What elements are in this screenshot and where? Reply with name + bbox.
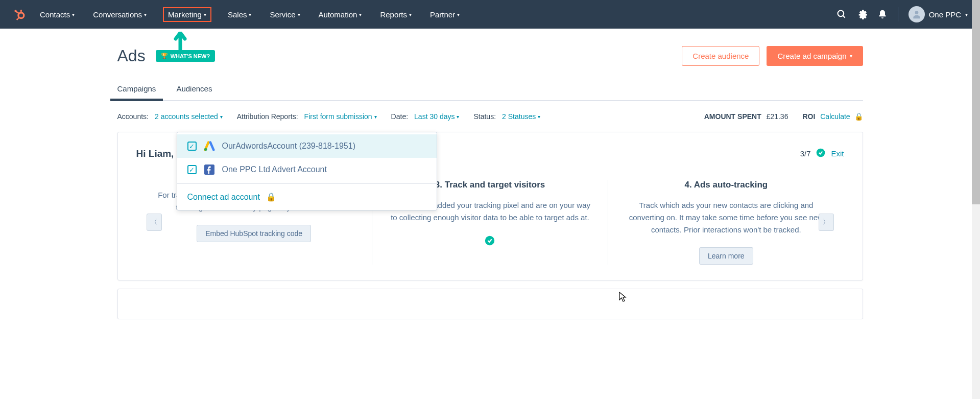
chevron-down-icon: ▾ — [359, 12, 362, 17]
next-step-button[interactable]: 〉 — [819, 214, 834, 231]
svg-point-9 — [915, 11, 918, 14]
amount-spent-metric: AMOUNT SPENT £21.36 — [704, 112, 788, 121]
header-actions: Create audience Create ad campaign ▾ — [682, 46, 863, 66]
search-icon[interactable] — [836, 9, 847, 19]
connect-account-link[interactable]: Connect ad account 🔒 — [187, 192, 276, 202]
scrollbar[interactable] — [972, 0, 980, 319]
avatar-icon — [909, 6, 925, 22]
content-card — [117, 289, 863, 319]
svg-point-7 — [838, 11, 844, 17]
date-filter[interactable]: Last 30 days▾ — [414, 112, 459, 121]
lock-icon: 🔒 — [266, 192, 276, 202]
nav-marketing[interactable]: Marketing▾ — [163, 7, 211, 22]
tab-campaigns[interactable]: Campaigns — [117, 78, 156, 100]
attribution-filter-label: Attribution Reports: — [237, 112, 298, 121]
nav-divider — [898, 7, 898, 21]
date-filter-label: Date: — [391, 112, 408, 121]
account-menu[interactable]: One PPC ▾ — [909, 6, 968, 22]
nav-sales[interactable]: Sales▾ — [226, 7, 254, 22]
chevron-down-icon: ▾ — [374, 114, 377, 120]
step-title: 3. Track and target visitors — [435, 180, 545, 190]
chevron-down-icon: ▾ — [144, 12, 147, 17]
progress-counter: 3/7 — [800, 149, 811, 158]
embed-tracking-button[interactable]: Embed HubSpot tracking code — [197, 225, 311, 242]
svg-point-10 — [204, 148, 207, 151]
checkbox-checked-icon[interactable]: ✓ — [187, 165, 197, 174]
top-nav: Contacts▾ Conversations▾ Marketing▾ Sale… — [0, 0, 980, 29]
chevron-down-icon: ▾ — [538, 114, 540, 120]
chevron-down-icon: ▾ — [204, 12, 206, 17]
account-option-facebook[interactable]: ✓ One PPC Ltd Advert Account — [177, 158, 437, 181]
whats-new-badge[interactable]: 🏆 WHAT'S NEW? — [156, 50, 216, 62]
chevron-down-icon: ▾ — [965, 12, 968, 17]
status-filter[interactable]: 2 Statuses▾ — [502, 112, 540, 121]
trophy-icon: 🏆 — [161, 53, 168, 59]
learn-more-button[interactable]: Learn more — [699, 247, 753, 265]
step-auto-tracking: 4. Ads auto-tracking Track which ads you… — [608, 180, 844, 265]
account-option-label: One PPC Ltd Advert Account — [222, 165, 327, 174]
step-desc: Track which ads your new contacts are cl… — [623, 199, 829, 236]
create-campaign-button[interactable]: Create ad campaign ▾ — [767, 46, 863, 66]
nav-contacts[interactable]: Contacts▾ — [38, 7, 77, 22]
svg-line-2 — [16, 12, 19, 14]
facebook-icon — [204, 164, 215, 175]
chevron-down-icon: ▾ — [409, 12, 412, 17]
scrollbar-thumb[interactable] — [972, 0, 980, 204]
nav-automation[interactable]: Automation▾ — [317, 7, 364, 22]
filter-bar: Accounts: 2 accounts selected▾ Attributi… — [117, 101, 863, 132]
chevron-down-icon: ▾ — [850, 53, 852, 59]
nav-partner[interactable]: Partner▾ — [428, 7, 462, 22]
prev-step-button[interactable]: 〈 — [147, 214, 162, 231]
check-circle-icon — [484, 235, 495, 249]
chevron-down-icon: ▾ — [220, 114, 223, 120]
bell-icon[interactable] — [877, 9, 888, 19]
account-option-adwords[interactable]: ✓ OurAdwordsAccount (239-818-1951) — [177, 134, 437, 158]
lock-icon: 🔒 — [854, 112, 863, 121]
checkbox-checked-icon[interactable]: ✓ — [187, 142, 197, 151]
accounts-filter-label: Accounts: — [117, 112, 149, 121]
chevron-down-icon: ▾ — [72, 12, 75, 17]
nav-service[interactable]: Service▾ — [268, 7, 302, 22]
nav-conversations[interactable]: Conversations▾ — [91, 7, 149, 22]
accounts-filter[interactable]: 2 accounts selected▾ — [155, 112, 223, 121]
account-label: One PPC — [929, 10, 961, 19]
tab-audiences[interactable]: Audiences — [176, 78, 212, 100]
nav-items: Contacts▾ Conversations▾ Marketing▾ Sale… — [38, 7, 836, 22]
status-filter-label: Status: — [473, 112, 496, 121]
attribution-filter[interactable]: First form submission▾ — [304, 112, 377, 121]
hubspot-logo-icon[interactable] — [12, 8, 26, 21]
google-ads-icon — [204, 140, 215, 152]
nav-reports[interactable]: Reports▾ — [378, 7, 414, 22]
check-circle-icon — [816, 148, 826, 159]
svg-point-6 — [16, 18, 18, 20]
accounts-dropdown: ✓ OurAdwordsAccount (239-818-1951) ✓ One… — [177, 132, 437, 210]
step-title: 4. Ads auto-tracking — [684, 180, 768, 190]
chevron-down-icon: ▾ — [249, 12, 251, 17]
chevron-down-icon: ▾ — [457, 114, 459, 120]
create-audience-button[interactable]: Create audience — [682, 46, 759, 66]
account-option-label: OurAdwordsAccount (239-818-1951) — [222, 142, 355, 151]
calculate-roi-link[interactable]: Calculate — [820, 112, 850, 121]
svg-line-8 — [843, 16, 845, 18]
chevron-down-icon: ▾ — [457, 12, 460, 17]
gear-icon[interactable] — [857, 9, 867, 19]
svg-line-5 — [18, 17, 19, 18]
tabs: Campaigns Audiences — [117, 78, 863, 101]
page-header: Ads 🏆 WHAT'S NEW? Create audience Create… — [117, 29, 863, 78]
chevron-down-icon: ▾ — [298, 12, 300, 17]
roi-metric: ROI Calculate 🔒 — [802, 112, 863, 121]
exit-link[interactable]: Exit — [831, 149, 844, 158]
page-title: Ads — [117, 46, 146, 65]
nav-right: One PPC ▾ — [836, 6, 968, 22]
svg-point-4 — [20, 10, 22, 11]
